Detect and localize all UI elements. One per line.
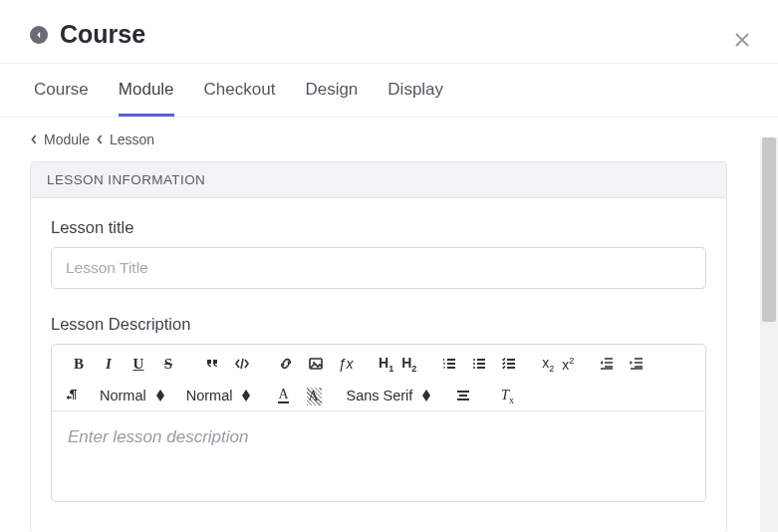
link-button[interactable]: [273, 351, 299, 377]
formula-button[interactable]: ƒx: [333, 351, 359, 377]
scrollbar-thumb[interactable]: [762, 137, 776, 322]
rich-text-editor: B I U S: [51, 344, 706, 502]
strike-button[interactable]: S: [155, 351, 181, 377]
lesson-title-input[interactable]: [51, 247, 706, 289]
sort-icon: [422, 390, 430, 401]
outdent-button[interactable]: [594, 351, 620, 377]
sort-icon: [242, 390, 250, 401]
editor-toolbar: B I U S: [52, 345, 705, 411]
svg-point-3: [473, 363, 475, 365]
text-color-button[interactable]: A: [270, 383, 296, 408]
blockquote-button[interactable]: [199, 351, 225, 377]
subscript-button[interactable]: x2: [540, 351, 556, 377]
scrollbar[interactable]: [760, 137, 778, 532]
italic-button[interactable]: I: [96, 351, 122, 377]
direction-button[interactable]: [60, 383, 86, 408]
back-button[interactable]: [30, 26, 48, 44]
sort-icon: [156, 390, 164, 401]
tab-module[interactable]: Module: [119, 64, 174, 117]
breadcrumb-module[interactable]: Module: [44, 132, 90, 147]
indent-button[interactable]: [624, 351, 649, 377]
chevron-left-icon: [30, 133, 38, 145]
tab-design[interactable]: Design: [305, 64, 358, 117]
check-list-button[interactable]: [496, 351, 522, 377]
bg-color-button[interactable]: A: [300, 383, 326, 408]
lesson-description-input[interactable]: Enter lesson description: [52, 411, 705, 501]
lesson-description-label: Lesson Description: [51, 315, 706, 334]
page-title: Course: [60, 20, 145, 49]
superscript-button[interactable]: x2: [560, 351, 576, 377]
tab-course[interactable]: Course: [34, 64, 89, 117]
codeblock-button[interactable]: [229, 351, 255, 377]
header-select[interactable]: Normal: [178, 388, 259, 403]
breadcrumb: Module Lesson: [30, 132, 748, 147]
size-select[interactable]: Normal: [92, 388, 172, 403]
font-select[interactable]: Sans Serif: [338, 388, 438, 403]
panel-heading: LESSON INFORMATION: [31, 162, 726, 198]
tab-checkout[interactable]: Checkout: [204, 64, 276, 117]
tab-display[interactable]: Display: [388, 64, 443, 117]
bold-button[interactable]: B: [66, 351, 92, 377]
heading2-button[interactable]: H2: [399, 351, 418, 377]
tabs: Course Module Checkout Design Display: [0, 63, 778, 118]
svg-point-2: [473, 359, 475, 361]
heading1-button[interactable]: H1: [377, 351, 395, 377]
lesson-title-label: Lesson title: [51, 218, 706, 237]
lesson-information-panel: LESSON INFORMATION Lesson title Lesson D…: [30, 161, 727, 532]
close-button[interactable]: [734, 32, 750, 52]
image-button[interactable]: [303, 351, 329, 377]
clear-format-button[interactable]: Tx: [494, 383, 520, 408]
chevron-left-icon: [96, 133, 104, 145]
svg-point-4: [473, 367, 475, 369]
align-button[interactable]: [450, 383, 476, 408]
ordered-list-button[interactable]: [436, 351, 462, 377]
bullet-list-button[interactable]: [466, 351, 492, 377]
underline-button[interactable]: U: [126, 351, 151, 377]
breadcrumb-lesson[interactable]: Lesson: [110, 132, 154, 147]
